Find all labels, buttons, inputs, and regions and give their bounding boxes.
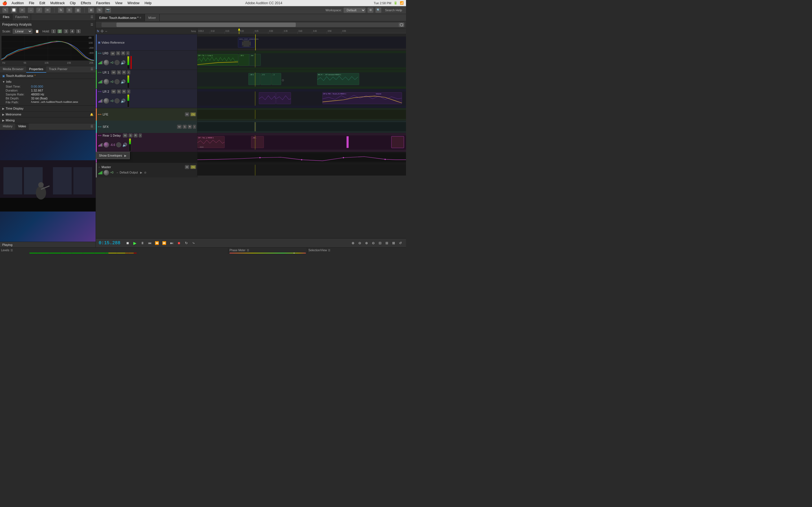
zoom-reset-btn[interactable]: ↺ (398, 240, 403, 246)
menu-help[interactable]: Help (142, 1, 154, 6)
copy-icon[interactable]: 📋 (35, 30, 39, 33)
rear1-r-btn[interactable]: R (134, 133, 138, 137)
toolbar-btn-fx[interactable]: fx (58, 7, 64, 13)
track-options-icon[interactable]: ↔ (105, 30, 108, 33)
zoom-in-v-btn[interactable]: ⊕ (364, 240, 369, 246)
sfx-r-btn[interactable]: R (188, 125, 192, 129)
phase-menu[interactable]: ☰ (247, 249, 249, 252)
lfe-m-btn[interactable]: M (185, 112, 190, 116)
record-btn[interactable]: ⏺ (176, 240, 182, 246)
lr0-s-btn[interactable]: S (116, 51, 120, 55)
workspace-select[interactable]: Default (343, 7, 366, 13)
master-output-config[interactable]: ▶ (140, 171, 142, 174)
hold-btn-5[interactable]: 5 (76, 29, 81, 33)
toolbar-btn-clip[interactable]: ⎘ (66, 7, 72, 13)
zoom-out-h-btn[interactable]: ⊖ (357, 240, 363, 246)
time-display-header[interactable]: ▶ Time Display (0, 106, 96, 111)
timeline-overview[interactable] (96, 21, 406, 28)
bottom-tab-menu[interactable]: ☰ (88, 123, 96, 130)
master-s-btn[interactable]: (S) (190, 165, 196, 169)
menu-edit[interactable]: Edit (37, 1, 48, 6)
toolbar-btn-meter[interactable]: ▥ (75, 7, 81, 13)
lr0-mute-btn[interactable]: M (110, 52, 115, 55)
selection-menu[interactable]: ☰ (328, 249, 331, 252)
play-btn[interactable]: ▶ (132, 240, 138, 246)
menu-multitrack[interactable]: Multitrack (48, 1, 67, 6)
lr1-i-btn[interactable]: I (127, 70, 130, 74)
tab-favorites[interactable]: Favorites (12, 14, 31, 20)
lr0-r-btn[interactable]: R (121, 51, 125, 55)
lr1-s-btn[interactable]: S (117, 70, 121, 74)
menu-effects[interactable]: Effects (79, 1, 93, 6)
menu-window[interactable]: Window (125, 1, 142, 6)
metronome-enable-btn[interactable]: 🔔 (90, 113, 93, 116)
lr0-speaker-icon[interactable]: 🔊 (121, 60, 125, 65)
sfx-m-btn[interactable]: M (177, 125, 182, 129)
punch-btn[interactable]: ⤷ (191, 240, 197, 246)
fx-icon[interactable]: fx (97, 30, 99, 33)
toolbar-btn-pen[interactable]: ✏ (45, 7, 51, 13)
props-tab-menu[interactable]: ☰ (88, 66, 96, 73)
lr2-s-btn[interactable]: S (117, 90, 121, 94)
timeline-scrollbar[interactable] (101, 22, 400, 27)
lr1-m-btn[interactable]: M (111, 70, 116, 74)
rear1-m-btn[interactable]: M (123, 133, 128, 137)
timeline-zoom-btn[interactable] (399, 22, 404, 27)
lr0-m-btn[interactable]: M (110, 52, 115, 55)
fast-forward-btn[interactable]: ⏩ (161, 240, 167, 246)
lr1-volume-knob[interactable] (103, 79, 109, 84)
rewind-btn[interactable]: ⏪ (154, 240, 160, 246)
apple-logo[interactable]: 🍎 (2, 1, 7, 5)
lr2-speaker-icon[interactable]: 🔊 (121, 99, 125, 103)
lr1-r-btn[interactable]: R (122, 70, 126, 74)
toolbar-btn-arrow[interactable]: → (28, 7, 34, 13)
tab-media-browser[interactable]: Media Browser (0, 66, 26, 73)
tab-history[interactable]: History (0, 123, 15, 130)
lr1-speaker-icon[interactable]: 🔊 (121, 79, 125, 84)
stop-btn[interactable]: ⏹ (125, 240, 131, 246)
rear1-volume-knob[interactable] (103, 142, 109, 148)
sfx-s-btn[interactable]: S (183, 125, 187, 129)
master-output-arrow[interactable]: → (116, 171, 118, 174)
scale-select[interactable]: Linear Logarithmic (13, 29, 33, 34)
toolbar-btn-camera[interactable]: 📷 (105, 7, 111, 13)
goto-start-btn[interactable]: ⏮ (147, 240, 153, 246)
lr2-r-btn[interactable]: R (122, 90, 126, 94)
lr2-i-btn[interactable]: I (127, 90, 130, 94)
levels-menu[interactable]: ☰ (10, 249, 13, 252)
search-help-btn[interactable]: Search Help (383, 8, 404, 12)
zoom-fit-btn[interactable]: ⊟ (377, 240, 383, 246)
mixing-header[interactable]: ▶ Mixing (0, 117, 96, 123)
menu-audition[interactable]: Audition (9, 1, 26, 6)
panel-top-menu[interactable]: ☰ (88, 14, 96, 20)
zoom-out-v-btn[interactable]: ⊖ (370, 240, 376, 246)
toolbar-btn-cut[interactable]: ✂ (19, 7, 26, 13)
rear1-i-btn[interactable]: I (139, 133, 142, 137)
lr0-volume-knob[interactable] (103, 60, 109, 65)
toolbar-btn-razor[interactable]: / (36, 7, 42, 13)
menu-clip[interactable]: Clip (68, 1, 78, 6)
workspace-config-btn[interactable]: ⚙ (367, 7, 373, 13)
info-header[interactable]: ▼ Info (2, 80, 93, 83)
lr2-volume-knob[interactable] (103, 98, 109, 104)
toolbar-btn-move[interactable]: ↖ (2, 7, 8, 13)
rear1-speaker-icon[interactable]: 🔊 (122, 143, 127, 147)
editor-tab-close[interactable]: ≡ (140, 16, 141, 19)
show-envelopes-popup[interactable]: Show Envelopes ▶ (96, 152, 130, 159)
scrollbar-thumb[interactable] (116, 22, 296, 27)
tab-track-panner[interactable]: Track Panner (46, 66, 70, 73)
lr2-m-btn[interactable]: M (111, 90, 116, 94)
hold-btn-1[interactable]: 1 (51, 29, 56, 33)
tab-mixer[interactable]: Mixer (145, 14, 160, 21)
hold-btn-3[interactable]: 3 (64, 29, 68, 33)
toolbar-btn-snap[interactable]: ⊞ (88, 7, 94, 13)
zoom-sel-btn[interactable]: ⊠ (391, 240, 396, 246)
hold-btn-4[interactable]: 4 (70, 29, 74, 33)
rear1-s-btn[interactable]: S (129, 133, 133, 137)
metronome-header[interactable]: ▶ Metronome 🔔 (0, 112, 96, 117)
lr2-pan-knob[interactable] (114, 98, 119, 103)
menu-view[interactable]: View (113, 1, 124, 6)
tab-files[interactable]: Files (0, 14, 12, 20)
lfe-s-btn[interactable]: (S) (190, 112, 196, 116)
master-m-btn[interactable]: M (185, 165, 190, 169)
